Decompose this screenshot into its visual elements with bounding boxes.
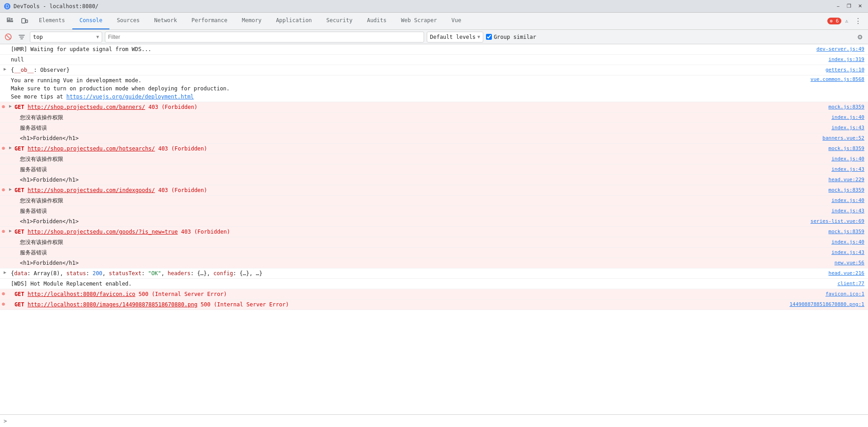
row-content: <h1>Forbidden</h1>: [18, 259, 835, 267]
row-source[interactable]: 1449088788518670880.png:1: [789, 300, 868, 307]
tabs-list: Elements Console Sources Network Perform…: [32, 13, 468, 29]
tab-bar: Elements Console Sources Network Perform…: [0, 13, 868, 30]
tab-memory[interactable]: Memory: [235, 12, 269, 29]
console-row-error-detail: 您没有该操作权限 index.js:40: [0, 154, 868, 164]
row-source[interactable]: dev-server.js:49: [816, 45, 868, 52]
title-bar: D DevTools - localhost:8080/ − ❐ ✕: [0, 0, 868, 13]
device-toggle-button[interactable]: [18, 14, 31, 27]
console-row-error-detail: 服务器错误 index.js:43: [0, 206, 868, 216]
devtools-settings-button[interactable]: ⋮: [852, 14, 864, 27]
row-content: {data: Array(8), status: 200, statusText…: [9, 269, 829, 277]
tab-network[interactable]: Network: [147, 12, 184, 29]
context-dropdown-arrow: ▼: [96, 34, 99, 39]
error-url-link[interactable]: http://shop.projectsedu.com/hotsearchs/: [28, 145, 155, 152]
row-content: 您没有该操作权限: [18, 197, 831, 205]
inspect-element-button[interactable]: [4, 14, 16, 27]
expand-arrow-icon[interactable]: ▶: [9, 228, 12, 233]
row-source[interactable]: getters.js:10: [826, 66, 868, 73]
console-toolbar: 🚫 top ▼ Default levels ▼ Group similar ⚙: [0, 30, 868, 44]
row-content: {__ob__: Observer}: [9, 66, 826, 74]
expand-arrow-icon[interactable]: ▶: [4, 270, 6, 275]
tab-application[interactable]: Application: [269, 12, 319, 29]
tab-performance[interactable]: Performance: [184, 12, 235, 29]
row-source[interactable]: banners.vue:52: [822, 134, 868, 141]
console-input[interactable]: [9, 418, 864, 424]
row-source[interactable]: index.js:40: [831, 155, 868, 162]
title-bar-title: DevTools - localhost:8080/: [14, 3, 99, 9]
expand-arrow-icon[interactable]: ▶: [9, 145, 12, 150]
row-source[interactable]: vue.common.js:8568: [811, 76, 868, 82]
error-url-link[interactable]: http://localhost:8080/images/14490887885…: [28, 301, 198, 308]
row-source[interactable]: favicon.ico:1: [826, 290, 868, 297]
console-row: You are running Vue in development mode.…: [0, 75, 868, 102]
row-content: [HMR] Waiting for update signal from WDS…: [9, 45, 816, 53]
console-row-error-detail: 您没有该操作权限 index.js:40: [0, 237, 868, 248]
error-count-badge: ⊗ 6: [827, 18, 842, 24]
error-icon: ⊗: [2, 145, 5, 151]
group-similar-label[interactable]: Group similar: [486, 34, 536, 40]
console-row-error: ⊗ GET http://localhost:8080/images/14490…: [0, 300, 868, 310]
tab-security[interactable]: Security: [319, 12, 360, 29]
row-content: GET http://localhost:8080/images/1449088…: [13, 300, 789, 309]
tab-console[interactable]: Console: [72, 12, 110, 29]
console-row-error-detail: <h1>Forbidden</h1> series-list.vue:69: [0, 216, 868, 227]
console-filter-toggle[interactable]: [16, 32, 27, 42]
error-url-link[interactable]: http://shop.projectsedu.com/banners/: [28, 104, 145, 110]
context-selector[interactable]: top ▼: [30, 32, 102, 42]
group-similar-checkbox[interactable]: [486, 34, 492, 40]
svg-rect-5: [26, 20, 28, 23]
vue-docs-link[interactable]: https://vuejs.org/guide/deployment.html: [66, 94, 194, 100]
row-source[interactable]: index.js:319: [829, 56, 868, 62]
row-content: GET http://localhost:8080/favicon.ico 50…: [13, 290, 826, 298]
tab-elements[interactable]: Elements: [32, 12, 72, 29]
tab-audits[interactable]: Audits: [360, 12, 394, 29]
row-source[interactable]: index.js:40: [831, 197, 868, 203]
error-url-link[interactable]: http://shop.projectsedu.com/goods/?is_ne…: [28, 229, 178, 235]
svg-rect-3: [7, 21, 13, 22]
row-source[interactable]: mock.js:8359: [829, 228, 868, 235]
console-output: [HMR] Waiting for update signal from WDS…: [0, 44, 868, 414]
row-source[interactable]: mock.js:8359: [829, 145, 868, 151]
expand-arrow-icon[interactable]: ▶: [4, 66, 6, 71]
levels-selector[interactable]: Default levels ▼: [427, 32, 483, 42]
filter-input[interactable]: [105, 32, 424, 42]
console-row-error-detail: <h1>Forbidden</h1> head.vue:229: [0, 175, 868, 185]
row-content: 服务器错误: [18, 207, 831, 215]
row-source[interactable]: mock.js:8359: [829, 186, 868, 193]
console-row-error: ⊗ ▶ GET http://shop.projectsedu.com/inde…: [0, 185, 868, 196]
console-row-error-detail: <h1>Forbidden</h1> banners.vue:52: [0, 133, 868, 144]
error-url-link[interactable]: http://localhost:8080/favicon.ico: [28, 291, 135, 297]
minimize-button[interactable]: −: [834, 2, 843, 11]
row-source[interactable]: client:77: [837, 280, 868, 286]
tab-sources[interactable]: Sources: [109, 12, 147, 29]
close-button[interactable]: ✕: [855, 2, 864, 11]
console-prompt-symbol: >: [4, 418, 7, 424]
row-source[interactable]: head.vue:216: [829, 269, 868, 276]
row-content: 服务器错误: [18, 124, 831, 132]
console-settings-button[interactable]: ⚙: [854, 32, 865, 42]
row-source[interactable]: mock.js:8359: [829, 103, 868, 110]
expand-arrow-icon[interactable]: ▶: [9, 103, 12, 108]
error-url-link[interactable]: http://shop.projectsedu.com/indexgoods/: [28, 187, 155, 193]
tab-bar-right: ⊗ 6 ⚠ ⋮: [827, 12, 868, 29]
input-bar: >: [0, 414, 868, 427]
console-row-error: ⊗ ▶ GET http://shop.projectsedu.com/bann…: [0, 102, 868, 113]
row-content: <h1>Forbidden</h1>: [18, 217, 811, 225]
row-source[interactable]: index.js:40: [831, 238, 868, 245]
console-row: ▶ {__ob__: Observer} getters.js:10: [0, 65, 868, 75]
expand-arrow-icon[interactable]: ▶: [9, 187, 12, 192]
tab-webscraper[interactable]: Web Scraper: [394, 12, 444, 29]
row-source[interactable]: new.vue:56: [835, 259, 868, 266]
row-source[interactable]: head.vue:229: [829, 176, 868, 183]
row-source[interactable]: series-list.vue:69: [811, 217, 868, 224]
row-content: GET http://shop.projectsedu.com/indexgoo…: [13, 186, 829, 194]
row-source[interactable]: index.js:43: [831, 207, 868, 214]
row-source[interactable]: index.js:43: [831, 165, 868, 172]
row-source[interactable]: index.js:43: [831, 124, 868, 131]
tab-vue[interactable]: Vue: [444, 12, 469, 29]
maximize-button[interactable]: ❐: [844, 2, 854, 11]
clear-console-button[interactable]: 🚫: [3, 32, 14, 42]
row-source[interactable]: index.js:43: [831, 249, 868, 255]
console-row: [HMR] Waiting for update signal from WDS…: [0, 44, 868, 55]
row-source[interactable]: index.js:40: [831, 113, 868, 120]
